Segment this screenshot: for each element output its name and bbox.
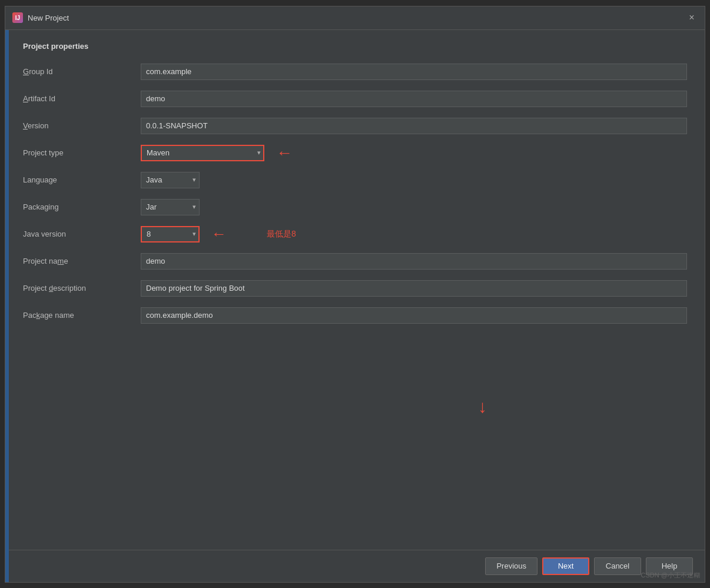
java-version-label-text: Java version — [23, 230, 66, 238]
java-version-label: Java version — [23, 230, 141, 238]
artifact-id-input[interactable] — [141, 91, 687, 107]
project-type-arrow-icon: ← — [276, 144, 293, 162]
project-description-label: Project description — [23, 284, 141, 293]
project-name-input[interactable] — [141, 253, 687, 270]
dialog-footer: Previous Next Cancel Help — [5, 550, 705, 582]
app-icon-label: IJ — [15, 15, 20, 21]
java-version-select[interactable]: 8 11 17 21 — [141, 226, 200, 242]
group-id-label: Group Id — [23, 67, 141, 76]
next-button[interactable]: Next — [542, 557, 589, 575]
package-name-row: Package name — [23, 306, 687, 325]
bottom-area: ↓ — [23, 333, 687, 451]
previous-button[interactable]: Previous — [485, 557, 538, 575]
project-description-row: Project description — [23, 279, 687, 298]
artifact-id-label: Artifact Id — [23, 94, 141, 103]
left-accent-border — [5, 30, 9, 582]
package-name-input[interactable] — [141, 307, 687, 324]
java-version-row: Java version 8 11 17 21 ← 最低是8 — [23, 225, 687, 244]
project-type-annotation: Maven Gradle ← — [141, 144, 293, 162]
project-name-label: Project name — [23, 257, 141, 265]
project-type-label-text: Project type — [23, 148, 64, 157]
version-input[interactable] — [141, 118, 687, 134]
close-button[interactable]: × — [686, 12, 698, 24]
artifact-id-row: Artifact Id — [23, 89, 687, 108]
java-version-select-wrapper: 8 11 17 21 — [141, 226, 200, 242]
packaging-label-text: Packaging — [23, 202, 59, 211]
project-type-select[interactable]: Maven Gradle — [141, 145, 264, 161]
version-label-text: Version — [23, 121, 48, 130]
project-description-input[interactable] — [141, 280, 687, 297]
dialog-title: New Project — [28, 14, 69, 22]
dialog-body: Project properties Group Id Artifact Id … — [5, 30, 705, 550]
java-version-annotation: 8 11 17 21 ← 最低是8 — [141, 225, 296, 243]
app-icon: IJ — [12, 12, 23, 23]
new-project-dialog: IJ New Project × Project properties Grou… — [5, 6, 705, 583]
java-version-annotation-text: 最低是8 — [267, 229, 296, 240]
group-id-label-text: Group Id — [23, 67, 53, 76]
project-type-label: Project type — [23, 148, 141, 157]
project-name-row: Project name — [23, 252, 687, 271]
packaging-select-wrapper: Jar War — [141, 199, 200, 215]
group-id-row: Group Id — [23, 62, 687, 81]
language-row: Language Java Kotlin Groovy — [23, 171, 687, 190]
next-arrow-icon: ↓ — [478, 398, 487, 416]
package-name-label: Package name — [23, 311, 141, 320]
watermark-text: CSDN @小王不迷糊 — [641, 571, 700, 580]
java-version-arrow-icon: ← — [211, 225, 227, 243]
group-id-input[interactable] — [141, 64, 687, 80]
language-select[interactable]: Java Kotlin Groovy — [141, 172, 200, 188]
packaging-select[interactable]: Jar War — [141, 199, 200, 215]
artifact-id-label-text: Artifact Id — [23, 94, 55, 103]
next-arrow-container: ↓ — [478, 398, 487, 416]
project-description-label-text: Project description — [23, 284, 86, 293]
language-label: Language — [23, 175, 141, 184]
title-bar: IJ New Project × — [5, 6, 705, 30]
language-label-text: Language — [23, 175, 57, 184]
close-icon: × — [689, 12, 694, 23]
packaging-label: Packaging — [23, 202, 141, 211]
packaging-row: Packaging Jar War — [23, 198, 687, 217]
project-type-select-wrapper: Maven Gradle — [141, 145, 264, 161]
cancel-button[interactable]: Cancel — [594, 557, 641, 575]
section-title: Project properties — [23, 42, 687, 51]
project-name-label-text: Project name — [23, 257, 68, 265]
package-name-label-text: Package name — [23, 311, 74, 320]
language-select-wrapper: Java Kotlin Groovy — [141, 172, 200, 188]
project-type-row: Project type Maven Gradle ← — [23, 144, 687, 162]
version-row: Version — [23, 117, 687, 135]
version-label: Version — [23, 121, 141, 130]
title-bar-left: IJ New Project — [12, 12, 69, 23]
